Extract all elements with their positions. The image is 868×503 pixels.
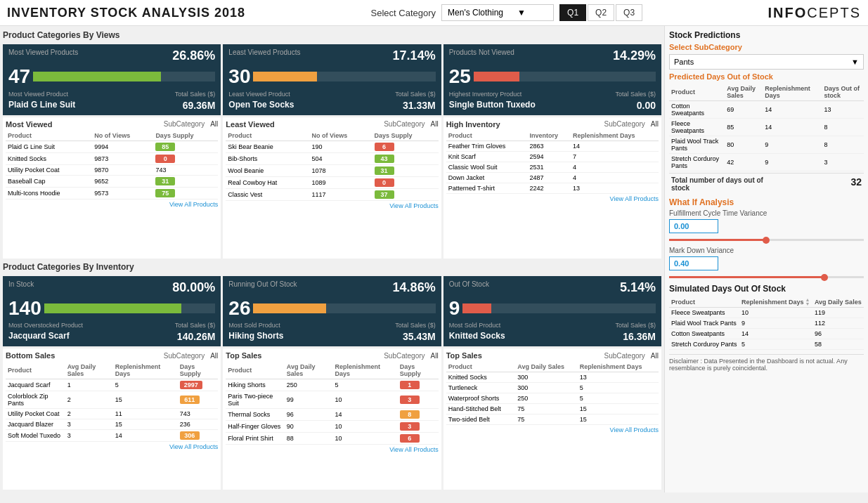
what-if-title: What If Analysis <box>669 197 864 207</box>
product-cell: Waterproof Shorts <box>446 393 516 404</box>
running-out-bar <box>253 303 326 313</box>
least-viewed-subcategory-label: SubCategory <box>384 120 425 128</box>
col-days-header: Days Supply <box>178 362 219 379</box>
top-sales-oos-view-all[interactable]: View All Products <box>446 426 659 433</box>
top-sales-running-table: Product Avg Daily Sales Replenishment Da… <box>226 362 438 445</box>
fulfillment-input[interactable] <box>669 219 718 233</box>
table-row: Patterned T-shirt224213 <box>446 183 659 193</box>
bottom-sales-subcategory-filter[interactable]: All <box>210 352 218 360</box>
most-viewed-card: Most Viewed Products 26.86% 47 Most View… <box>3 44 221 115</box>
col-days-header: Days Supply <box>398 362 439 379</box>
days-cell: 31 <box>153 175 218 187</box>
days-cell: 2997 <box>178 379 219 391</box>
stock-predictions-title: Stock Predictions <box>669 30 864 40</box>
replenishment-cell: 14 <box>571 141 659 151</box>
least-viewed-subcategory-filter[interactable]: All <box>431 120 439 128</box>
replenish-cell: 14 <box>739 329 812 339</box>
avg-cell: 2 <box>65 391 113 409</box>
table-row: Classic Wool Suit25314 <box>446 162 659 172</box>
in-stock-product-name: Jacquard Scarf <box>8 331 70 342</box>
least-viewed-product-name: Open Toe Socks <box>228 100 294 111</box>
table-row: Fleece Sweatpants85148 <box>669 119 864 136</box>
top-sales-running-view-all[interactable]: View All Products <box>226 446 438 453</box>
product-cell: Soft Model Tuxedo <box>6 430 65 442</box>
product-cell: Utility Pocket Coat <box>6 409 65 419</box>
fulfillment-slider-thumb[interactable] <box>763 237 770 244</box>
days-cell: 37 <box>373 188 439 200</box>
table-row: Wool Beanie107831 <box>226 164 438 176</box>
top-sales-oos-table-section: Top Sales SubCategory All Product Avg Da… <box>443 348 661 490</box>
views-cell: 9994 <box>92 141 153 152</box>
product-cell: Knitted Socks <box>446 372 516 383</box>
in-stock-percent: 80.00% <box>172 280 215 295</box>
views-cell: 504 <box>309 152 372 164</box>
fulfillment-slider[interactable] <box>669 239 864 241</box>
top-sales-running-subcategory-filter[interactable]: All <box>431 352 439 360</box>
markdown-label: Mark Down Variance <box>669 247 864 254</box>
col-avg-header: Avg Daily Sales <box>515 362 578 372</box>
days-out-cell: 8 <box>822 136 864 154</box>
out-of-stock-bar <box>462 303 491 313</box>
markdown-slider[interactable] <box>669 276 864 278</box>
days-cell: 6 <box>398 433 439 445</box>
days-cell: 743 <box>153 164 218 175</box>
days-cell: 236 <box>178 419 219 430</box>
markdown-input[interactable] <box>669 256 718 270</box>
high-inventory-product-name: Single Button Tuxedo <box>449 100 536 111</box>
col-product-header: Product <box>446 362 516 372</box>
running-out-product-name: Hiking Shorts <box>228 331 283 342</box>
table-row: Baseball Cap965231 <box>6 175 218 187</box>
most-viewed-label: Most Viewed Products <box>8 48 78 56</box>
inventory-cell: 2487 <box>527 172 571 183</box>
days-cell: 8 <box>398 409 439 421</box>
days-cell: 31 <box>373 164 439 176</box>
product-cell: Knit Scarf <box>446 151 528 162</box>
quarter-q3-button[interactable]: Q3 <box>616 4 642 21</box>
high-inventory-subcategory-filter[interactable]: All <box>651 120 659 128</box>
product-cell: Stretch Corduroy Pants <box>669 339 739 350</box>
avg-cell: 119 <box>812 308 864 318</box>
days-cell: 6 <box>373 141 439 152</box>
views-cell: 1089 <box>309 176 372 188</box>
table-row: Down Jacket24874 <box>446 172 659 183</box>
top-sales-oos-sub-title: Top Sales <box>446 351 482 360</box>
most-viewed-view-all[interactable]: View All Products <box>6 201 218 208</box>
high-inventory-table: Product Inventory Replenishment Days Fea… <box>446 131 659 194</box>
least-viewed-view-all[interactable]: View All Products <box>226 202 438 209</box>
markdown-slider-thumb[interactable] <box>821 274 828 281</box>
product-cell: Thermal Socks <box>226 409 284 421</box>
product-cell: Classic Wool Suit <box>446 162 528 172</box>
replenish-cell: 5 <box>739 339 812 350</box>
top-sales-oos-subcategory-filter[interactable]: All <box>651 352 659 360</box>
product-cell: Fleece Sweatpants <box>669 119 725 136</box>
out-of-stock-sales-label: Total Sales ($) <box>615 322 656 329</box>
most-viewed-subcategory-filter[interactable]: All <box>210 120 218 128</box>
table-row: Utility Pocket Coat211743 <box>6 409 218 419</box>
least-viewed-sales-value: 31.33M <box>403 100 436 111</box>
table-row: Real Cowboy Hat10890 <box>226 176 438 188</box>
table-row: Hiking Shorts25051 <box>226 379 438 391</box>
select-category-label: Select Category <box>371 8 436 18</box>
col-product-header: Product <box>226 362 284 379</box>
total-days-label: Total number of days out of stock <box>671 176 770 192</box>
pred-col-replenish: Replenishment Days <box>763 84 822 101</box>
high-inventory-table-section: High Inventory SubCategory All Product I… <box>443 117 661 259</box>
quarter-q1-button[interactable]: Q1 <box>559 4 586 21</box>
inventory-section-title: Product Categories By Inventory <box>3 261 661 274</box>
fulfillment-label: Fulfillment Cycle Time Variance <box>669 209 864 217</box>
most-viewed-percent: 26.86% <box>172 48 215 63</box>
sim-col-product: Product <box>669 296 739 308</box>
days-cell: 0 <box>153 152 218 164</box>
table-row: Hand-Stitched Belt7515 <box>446 404 659 414</box>
product-cell: Wool Beanie <box>226 164 309 176</box>
views-cell: 9573 <box>92 187 153 199</box>
running-out-count: 26 <box>228 298 250 320</box>
product-cell: Cotton Sweatpants <box>669 329 739 339</box>
category-dropdown[interactable]: Men's Clothing ▼ <box>441 4 554 21</box>
bottom-sales-view-all[interactable]: View All Products <box>6 443 218 450</box>
inventory-cell: 2863 <box>527 141 571 151</box>
subcategory-dropdown[interactable]: Pants ▼ <box>669 54 864 70</box>
quarter-q2-button[interactable]: Q2 <box>588 4 614 21</box>
most-viewed-subcategory-label: SubCategory <box>164 120 205 128</box>
high-inventory-view-all[interactable]: View All Products <box>446 195 659 202</box>
